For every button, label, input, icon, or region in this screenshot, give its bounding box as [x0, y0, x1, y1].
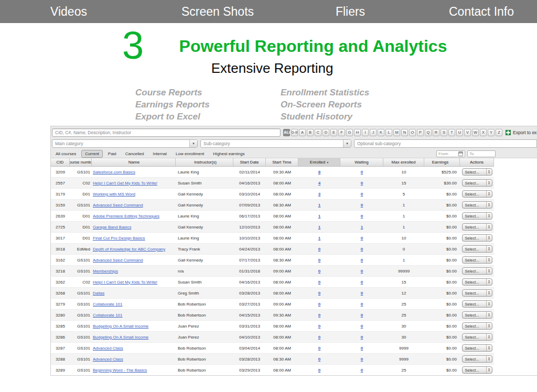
- course-name-link[interactable]: Collaborate 101: [93, 302, 122, 307]
- nav-item-screen-shots[interactable]: Screen Shots: [181, 5, 254, 19]
- column-header-name[interactable]: Name: [92, 158, 176, 166]
- course-name-link[interactable]: Memberships: [93, 269, 118, 274]
- actions-select[interactable]: Select...▲▼: [462, 322, 492, 330]
- waiting-count-link[interactable]: 0: [361, 357, 363, 362]
- enrolled-count-link[interactable]: 0: [318, 357, 320, 362]
- nav-item-videos[interactable]: Videos: [50, 5, 87, 19]
- course-name-link[interactable]: Adobe Premiere Editing Techniques: [93, 214, 159, 219]
- waiting-count-link[interactable]: 0: [361, 269, 363, 274]
- tab-all-courses[interactable]: All courses: [52, 150, 80, 158]
- course-name-link[interactable]: Final Cut Pro Design Basics: [93, 236, 145, 241]
- alpha-filter-h[interactable]: H: [354, 129, 361, 136]
- waiting-count-link[interactable]: 1: [361, 225, 363, 230]
- column-header-course-numbe[interactable]: Course numbe: [70, 158, 92, 166]
- alpha-filter-g[interactable]: G: [346, 129, 353, 136]
- column-header-enrolled[interactable]: Enrolled▾: [298, 158, 340, 166]
- enrolled-count-link[interactable]: 0: [318, 280, 320, 285]
- enrolled-count-link[interactable]: 0: [318, 269, 320, 274]
- enrolled-count-link[interactable]: 0: [318, 335, 320, 340]
- actions-select[interactable]: Select...▲▼: [462, 256, 492, 264]
- nav-item-fliers[interactable]: Fliers: [336, 5, 365, 19]
- to-date-input[interactable]: [469, 151, 489, 156]
- waiting-count-link[interactable]: 0: [361, 258, 363, 263]
- course-name-link[interactable]: Advanced Class: [93, 346, 123, 351]
- alpha-filter-c[interactable]: C: [315, 129, 321, 136]
- enrolled-count-link[interactable]: 0: [318, 291, 320, 296]
- column-header-earnings[interactable]: Earnings: [424, 158, 460, 166]
- from-date-input[interactable]: [438, 151, 458, 156]
- alpha-filter-b[interactable]: B: [307, 129, 314, 136]
- actions-select[interactable]: Select...▲▼: [462, 223, 492, 231]
- enrolled-count-link[interactable]: 0: [318, 313, 320, 318]
- alpha-filter-d[interactable]: D: [323, 129, 329, 136]
- alpha-filter-i[interactable]: I: [362, 129, 369, 136]
- course-name-link[interactable]: Help! I Can't Get My Kids To Write!: [93, 280, 157, 285]
- waiting-count-link[interactable]: 0: [361, 181, 363, 186]
- tab-current[interactable]: Current: [81, 150, 103, 158]
- waiting-count-link[interactable]: 0: [361, 236, 363, 241]
- waiting-count-link[interactable]: 0: [361, 291, 363, 296]
- alpha-filter-l[interactable]: L: [385, 129, 392, 136]
- enrolled-count-link[interactable]: 0: [318, 324, 320, 329]
- alpha-filter-p[interactable]: P: [417, 129, 424, 136]
- enrolled-count-link[interactable]: 8: [318, 170, 320, 175]
- course-name-link[interactable]: Salesforce.com Basics: [93, 170, 135, 175]
- waiting-count-link[interactable]: 0: [361, 313, 363, 318]
- alpha-filter-j[interactable]: J: [370, 129, 377, 136]
- alpha-filter-z[interactable]: Z: [496, 129, 502, 136]
- optional-sub-category-input[interactable]: [354, 139, 537, 148]
- waiting-count-link[interactable]: 0: [361, 324, 363, 329]
- actions-select[interactable]: Select...▲▼: [462, 344, 492, 352]
- course-name-link[interactable]: Depth of Knowledge for ABC Company: [93, 247, 165, 252]
- alpha-filter-v[interactable]: V: [464, 129, 471, 136]
- actions-select[interactable]: Select...▲▼: [462, 311, 492, 319]
- column-header-start-date[interactable]: Start Date: [233, 158, 266, 166]
- waiting-count-link[interactable]: 0: [361, 247, 363, 252]
- alpha-filter-u[interactable]: U: [456, 129, 463, 136]
- waiting-count-link[interactable]: 0: [361, 280, 363, 285]
- course-name-link[interactable]: Advanced Class: [93, 357, 123, 362]
- actions-select[interactable]: Select...▲▼: [462, 278, 492, 286]
- enrolled-count-link[interactable]: 1: [318, 236, 320, 241]
- waiting-count-link[interactable]: 0: [361, 346, 363, 351]
- course-name-link[interactable]: Help! I Can't Get My Kids To Write!: [93, 181, 157, 186]
- waiting-count-link[interactable]: 0: [361, 192, 363, 197]
- column-header-cid[interactable]: CID: [51, 158, 70, 166]
- column-header-max-enrolled[interactable]: Max enrolled: [383, 158, 424, 166]
- enrolled-count-link[interactable]: 4: [318, 181, 320, 186]
- column-header-waiting[interactable]: Waiting: [340, 158, 383, 166]
- alpha-filter-s[interactable]: S: [441, 129, 447, 136]
- actions-select[interactable]: Select...▲▼: [462, 201, 492, 209]
- course-name-link[interactable]: Advanced Seed Command: [93, 203, 143, 208]
- course-name-link[interactable]: Working with MS Word: [93, 192, 135, 197]
- actions-select[interactable]: Select...▲▼: [462, 289, 492, 297]
- alpha-filter-r[interactable]: R: [433, 129, 439, 136]
- enrolled-count-link[interactable]: 0: [318, 258, 320, 263]
- tab-low-enrollment[interactable]: Low enrollment: [172, 150, 208, 158]
- alpha-filter-t[interactable]: T: [448, 129, 455, 136]
- enrolled-count-link[interactable]: 0: [318, 368, 320, 373]
- alpha-filter-a[interactable]: A: [299, 129, 306, 136]
- tab-past[interactable]: Past: [104, 150, 120, 158]
- enrolled-count-link[interactable]: 1: [318, 225, 320, 230]
- actions-select[interactable]: Select...▲▼: [462, 179, 492, 187]
- actions-select[interactable]: Select...▲▼: [462, 168, 492, 176]
- alpha-filter-o[interactable]: O: [409, 129, 416, 136]
- waiting-count-link[interactable]: 0: [361, 302, 363, 307]
- waiting-count-link[interactable]: 0: [361, 368, 363, 373]
- tab-cancelled[interactable]: Cancelled: [122, 150, 148, 158]
- tab-internal[interactable]: Internal: [149, 150, 170, 158]
- alpha-filter-n[interactable]: N: [401, 129, 408, 136]
- column-header-actions[interactable]: Actions: [460, 158, 494, 166]
- alpha-filter-x[interactable]: X: [480, 129, 487, 136]
- actions-select[interactable]: Select...▲▼: [462, 234, 492, 242]
- actions-select[interactable]: Select...▲▼: [462, 355, 492, 363]
- alpha-filter-q[interactable]: Q: [425, 129, 432, 136]
- main-category-select[interactable]: Main category ▾: [52, 139, 198, 148]
- course-name-link[interactable]: Collaborate 101: [93, 313, 122, 318]
- from-date-field[interactable]: [436, 150, 465, 157]
- enrolled-count-link[interactable]: 0: [318, 302, 320, 307]
- alpha-filter-0-9[interactable]: 0-9: [291, 129, 298, 136]
- export-to-excel-button[interactable]: Export to ex: [513, 130, 536, 135]
- course-name-link[interactable]: Beginning Word - The Basics: [93, 368, 147, 373]
